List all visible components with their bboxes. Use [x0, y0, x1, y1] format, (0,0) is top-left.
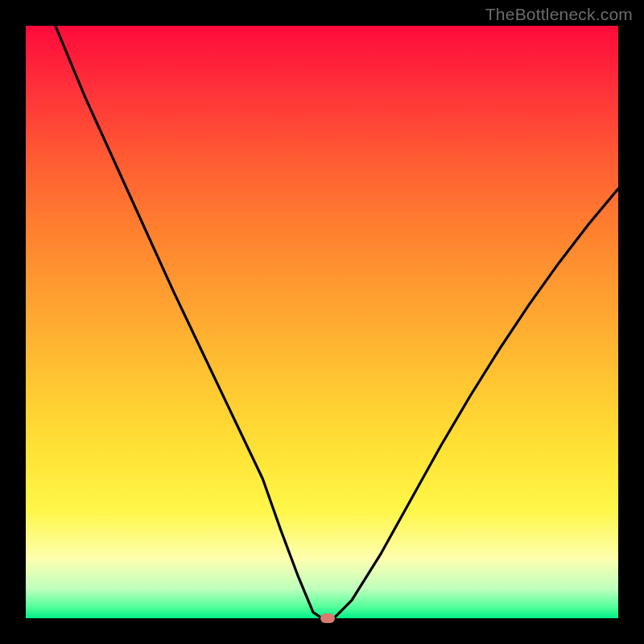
optimal-point-marker	[320, 613, 335, 623]
plot-area	[26, 26, 618, 618]
bottleneck-curve	[26, 26, 618, 618]
watermark-text: TheBottleneck.com	[485, 5, 633, 24]
chart-frame: TheBottleneck.com	[0, 0, 644, 644]
